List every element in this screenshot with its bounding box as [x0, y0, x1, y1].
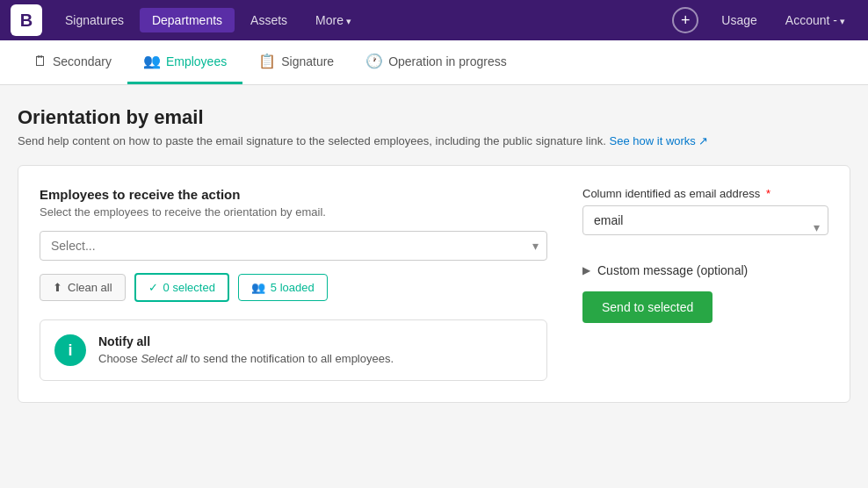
- card-left: Employees to receive the action Select t…: [40, 187, 547, 381]
- usage-nav-item[interactable]: Usage: [709, 8, 769, 32]
- card-right: Column identified as email address * ema…: [582, 187, 828, 381]
- notify-description: Choose Select all to send the notificati…: [98, 352, 394, 365]
- tab-signature-label: Signature: [281, 54, 334, 68]
- card-layout: Employees to receive the action Select t…: [40, 187, 828, 381]
- top-navigation: B Signatures Departments Assets More + U…: [0, 0, 868, 40]
- operation-tab-icon: 🕐: [365, 53, 383, 69]
- page-title: Orientation by email: [18, 106, 850, 129]
- upload-icon: ⬆: [53, 281, 62, 294]
- secondary-tab-icon: 🗒: [33, 54, 47, 69]
- nav-item-signatures[interactable]: Signatures: [53, 8, 136, 32]
- main-content: Orientation by email Send help content o…: [0, 85, 868, 488]
- custom-message-label: Custom message (optional): [597, 263, 748, 277]
- tab-operation-label: Operation in progress: [388, 54, 507, 68]
- employees-section-subtitle: Select the employees to receive the orie…: [40, 205, 547, 219]
- add-button[interactable]: +: [672, 7, 698, 33]
- tab-operation-in-progress[interactable]: 🕐 Operation in progress: [350, 40, 523, 84]
- action-buttons-row: ⬆ Clean all ✓ 0 selected 👥 5 loaded: [40, 273, 547, 302]
- employees-tab-icon: 👥: [143, 53, 161, 69]
- custom-message-toggle[interactable]: ▶ Custom message (optional): [582, 263, 828, 277]
- tabs-bar: 🗒 Secondary 👥 Employees 📋 Signature 🕐 Op…: [0, 40, 868, 85]
- tab-secondary-label: Secondary: [53, 54, 112, 68]
- brand-logo: B: [11, 4, 42, 36]
- page-subtitle: Send help content on how to paste the em…: [18, 134, 850, 147]
- notify-all-box: i Notify all Choose Select all to send t…: [40, 319, 547, 381]
- required-indicator: *: [766, 187, 770, 200]
- notify-content: Notify all Choose Select all to send the…: [98, 334, 394, 365]
- email-select-wrapper: email ▾: [582, 205, 828, 249]
- tab-employees-label: Employees: [166, 54, 227, 68]
- tab-secondary[interactable]: 🗒 Secondary: [18, 41, 127, 84]
- email-column-select[interactable]: email: [582, 205, 828, 235]
- employee-select-wrapper: ▾: [40, 231, 547, 261]
- info-icon: i: [54, 334, 86, 366]
- employees-section-title: Employees to receive the action: [40, 187, 547, 202]
- checkmark-icon: ✓: [148, 281, 158, 294]
- selected-count-button[interactable]: ✓ 0 selected: [134, 273, 229, 302]
- account-nav-item[interactable]: Account -: [773, 8, 857, 32]
- page-wrapper: 🗒 Secondary 👥 Employees 📋 Signature 🕐 Op…: [0, 40, 868, 488]
- employee-select-input[interactable]: [40, 231, 547, 261]
- see-how-link[interactable]: See how it works ↗: [610, 134, 709, 147]
- nav-item-departments[interactable]: Departments: [140, 8, 235, 32]
- signature-tab-icon: 📋: [258, 53, 276, 69]
- email-field-label: Column identified as email address *: [582, 187, 828, 200]
- tab-employees[interactable]: 👥 Employees: [127, 40, 242, 84]
- main-card: Employees to receive the action Select t…: [18, 165, 850, 403]
- nav-item-more[interactable]: More: [303, 8, 364, 32]
- toggle-collapse-icon: ▶: [582, 264, 590, 276]
- notify-title: Notify all: [98, 334, 394, 348]
- people-icon: 👥: [251, 281, 265, 294]
- send-to-selected-button[interactable]: Send to selected: [582, 291, 712, 323]
- nav-item-assets[interactable]: Assets: [238, 8, 300, 32]
- tab-signature[interactable]: 📋 Signature: [242, 40, 350, 84]
- clean-all-button[interactable]: ⬆ Clean all: [40, 274, 126, 301]
- loaded-count-button[interactable]: 👥 5 loaded: [238, 274, 328, 301]
